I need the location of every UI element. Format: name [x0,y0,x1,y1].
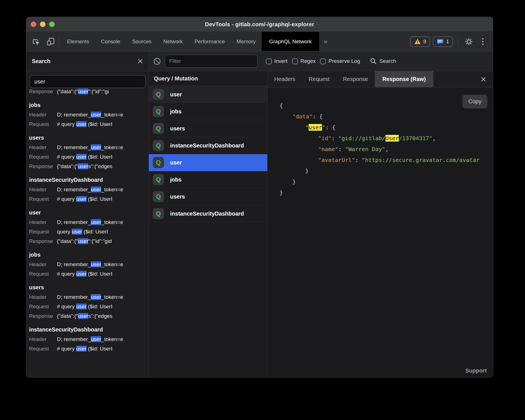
tab-graphql-network[interactable]: GraphQL Network [262,32,319,51]
json-line: "id": "gid://gitlab/User/13704317", [280,133,493,144]
query-type-badge: Q [153,157,164,168]
query-type-badge: Q [153,174,164,185]
search-result-label: Header [29,110,57,120]
query-item-users[interactable]: Qusers [149,188,267,205]
query-item-user[interactable]: Quser [149,154,267,171]
match-highlight: user [78,238,88,244]
search-toggle-label: Search [379,58,396,64]
search-result-label: Header [29,260,57,269]
match-highlight: user [76,196,87,202]
json-line: { [280,100,493,111]
kebab-menu-icon[interactable] [477,36,488,47]
network-filter-toolbar: InvertRegexPreserve Log Search [149,51,493,71]
query-item-user[interactable]: Quser [149,86,267,103]
close-detail-icon[interactable] [474,71,493,87]
search-result-line[interactable]: Request# query user ($id: UserI [29,269,146,279]
search-result-line[interactable]: Requestquery user ($id: UserI [29,227,146,237]
search-result-line[interactable]: Response{"data":{"user":{"id":"gi [29,88,146,96]
regex-checkbox-box[interactable] [292,58,298,64]
invert-checkbox[interactable]: Invert [266,58,288,64]
search-result-line[interactable]: Request# query user ($id: UserI [29,120,146,129]
search-toggle[interactable]: Search [370,58,396,65]
devtools-tab-bar: ElementsConsoleSourcesNetworkPerformance… [26,32,493,51]
search-result-line[interactable]: HeaderD; remember_user_token=e [29,260,146,269]
tab-response[interactable]: Response [336,71,375,87]
query-type-badge: Q [153,140,164,151]
tab-request[interactable]: Request [302,71,337,87]
search-result-label: Header [29,143,57,152]
inspect-element-icon[interactable] [30,36,41,47]
search-result-label: Request [29,120,57,129]
json-response: {"data": {"user": {"id": "gid://gitlab/U… [268,87,493,198]
status-badges: 9 1 [410,32,493,51]
search-result-line[interactable]: Response{"data":{"users":{"edges [29,162,146,171]
filter-input[interactable] [165,55,257,68]
search-result-line[interactable]: Request# query user ($id: UserI [29,302,146,311]
search-result-group-title[interactable]: jobs [29,250,146,260]
query-item-jobs[interactable]: Qjobs [149,171,267,188]
tab-performance[interactable]: Performance [188,32,231,51]
warning-icon [414,39,421,44]
search-result-group-title[interactable]: jobs [29,100,146,110]
search-result-group-title[interactable]: instanceSecurityDashboard [29,175,146,185]
search-result-group-title[interactable]: users [29,282,146,292]
search-result-line[interactable]: HeaderD; remember_user_token=e [29,218,146,227]
close-search-panel-icon[interactable] [137,58,143,64]
query-item-users[interactable]: Qusers [149,120,267,137]
invert-checkbox-box[interactable] [266,58,272,64]
search-result-line[interactable]: HeaderD; remember_user_token=e [29,110,146,120]
search-result-label: Request [29,194,57,204]
match-highlight: user [78,89,88,94]
search-result-line[interactable]: HeaderD; remember_user_token=e [29,292,146,302]
search-result-line[interactable]: HeaderD; remember_user_token=e [29,185,146,194]
tab-console[interactable]: Console [95,32,126,51]
match-highlight: user [91,187,101,192]
search-result-group-title[interactable]: user [29,207,146,218]
search-result-line[interactable]: Request# query user ($id: UserI [29,152,146,162]
preserve-log-checkbox-box[interactable] [320,58,326,64]
device-toolbar-icon[interactable] [45,36,56,47]
tab-memory[interactable]: Memory [231,32,262,51]
query-item-label: users [170,194,185,200]
search-result-line[interactable]: Request# query user ($id: UserI [29,344,146,354]
zoom-window-button[interactable] [49,22,55,27]
more-tabs-chevron-icon[interactable]: » [319,32,332,51]
query-item-instancesecuritydashboard[interactable]: QinstanceSecurityDashboard [149,137,267,154]
tab-elements[interactable]: Elements [61,32,95,51]
search-result-line[interactable]: Response{"data":{"user":{"id":"gid [29,237,146,246]
copy-button[interactable]: Copy [462,95,487,108]
support-link[interactable]: Support [465,367,487,374]
query-item-jobs[interactable]: Qjobs [149,103,267,120]
json-line: "user": { [280,122,493,133]
close-window-button[interactable] [31,22,36,27]
match-highlight: user [91,112,101,118]
search-result-line[interactable]: HeaderD; remember_user_token=e [29,335,146,344]
messages-badge[interactable]: 1 [433,36,453,47]
search-result-line[interactable]: HeaderD; remember_user_token=e [29,143,146,152]
query-item-instancesecuritydashboard[interactable]: QinstanceSecurityDashboard [149,205,267,222]
search-result-line[interactable]: Response{"data":{"users":{"edges [29,311,146,321]
search-input[interactable] [30,75,145,88]
match-highlight: user [78,313,88,319]
search-results-list: Response{"data":{"user":{"id":"gijobsHea… [26,88,149,377]
badges-divider [458,37,458,46]
search-result-line[interactable]: Request# query user ($id: UserI [29,194,146,204]
toolbar-divider [59,37,59,46]
minimize-window-button[interactable] [40,22,46,27]
warnings-badge[interactable]: 9 [410,36,430,47]
tab-response-raw[interactable]: Response (Raw) [375,71,433,87]
search-result-group-title[interactable]: instanceSecurityDashboard [29,324,146,335]
regex-checkbox[interactable]: Regex [292,58,316,64]
json-line: } [280,166,493,176]
search-result-label: Request [29,344,57,354]
tab-sources[interactable]: Sources [126,32,157,51]
search-result-group-title[interactable]: users [29,133,146,143]
clear-log-icon[interactable] [153,58,161,65]
preserve-log-checkbox[interactable]: Preserve Log [320,58,360,64]
json-line: "avatarUrl": "https://secure.gravatar.co… [280,155,493,166]
tab-network[interactable]: Network [157,32,189,51]
settings-gear-icon[interactable] [463,36,474,47]
tab-headers[interactable]: Headers [268,71,302,87]
query-type-badge: Q [153,106,164,117]
window-title: DevTools - gitlab.com/-/graphql-explorer [205,21,314,28]
